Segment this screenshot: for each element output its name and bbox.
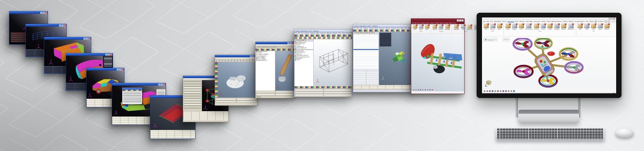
menu-item[interactable]: Geometry	[421, 22, 425, 24]
form-panel[interactable]	[183, 80, 202, 111]
window-controls[interactable]	[117, 68, 123, 70]
ribbon-button-drag-spin[interactable]: Drag/Spin	[554, 23, 560, 30]
ribbon-button-boolean[interactable]: Boolean	[604, 23, 610, 30]
app-titlebar[interactable]	[482, 17, 616, 20]
menu-item[interactable]: Airbag Solutions	[551, 20, 562, 22]
menu-item[interactable]: Analyze	[445, 22, 448, 24]
view-toolbar-button[interactable]	[492, 90, 493, 92]
window-titlebar[interactable]	[112, 83, 166, 86]
view-toolbar-button[interactable]	[484, 90, 485, 92]
menu-item[interactable]: Model	[436, 22, 439, 24]
view-toolbar-button[interactable]	[505, 90, 507, 92]
window-controls[interactable]	[84, 38, 90, 40]
ribbon-button-midsurfaces[interactable]: MidSurfaces	[567, 23, 575, 30]
viewport-3d[interactable]	[218, 62, 257, 98]
viewport-3d[interactable]	[411, 34, 464, 91]
view-toolbar-button[interactable]	[508, 90, 509, 92]
menu-bar[interactable]: FileEditViewGeometryMeshConnectorsModelM…	[411, 22, 464, 24]
menu-item[interactable]: File	[483, 20, 486, 22]
ribbon-button-lines[interactable]: Lines	[518, 23, 524, 30]
model-tree[interactable]: Assembly HierarchyCard (4)Components (PS…	[256, 51, 275, 91]
view-toolbar-button[interactable]	[418, 89, 419, 91]
model-browser-panel[interactable]	[122, 88, 142, 104]
view-toolbar-button[interactable]	[413, 89, 414, 91]
window-titlebar[interactable]: Untitled | HyperWorks v13.0 - OptiStruct	[294, 30, 352, 33]
ribbon-button-ruled[interactable]: Ruled	[540, 23, 546, 30]
menu-item[interactable]: Assembly	[527, 20, 533, 22]
viewport-3d[interactable]	[379, 32, 414, 85]
menu-item[interactable]: Post	[586, 20, 588, 22]
menu-item[interactable]: Mesh	[515, 20, 519, 22]
view-toolbar-button[interactable]	[425, 89, 426, 91]
menu-item[interactable]: Edit	[415, 22, 417, 24]
toolbar-secondary[interactable]	[294, 37, 352, 39]
window-controls[interactable]	[40, 12, 47, 14]
view-toolbar-button[interactable]	[513, 90, 515, 92]
window-titlebar[interactable]	[44, 37, 91, 40]
ribbon-button-morph[interactable]: Morph	[418, 24, 424, 31]
ribbon-button-split[interactable]: Split	[577, 23, 583, 30]
menu-item[interactable]: Edit	[487, 20, 489, 22]
round-icon-toolbar[interactable]	[215, 59, 257, 62]
window-controls[interactable]	[287, 42, 294, 44]
menu-item[interactable]: Analyze	[569, 20, 574, 22]
view-toolbar-button[interactable]	[432, 89, 433, 91]
toolbar[interactable]	[256, 49, 295, 51]
menu-item[interactable]: HyperMesh	[494, 20, 501, 22]
menu-item[interactable]: Morph	[449, 22, 452, 24]
maximize-icon[interactable]	[611, 18, 613, 19]
ribbon-button-collectors[interactable]: Collectors	[438, 24, 444, 31]
view-toolbar-button[interactable]	[494, 90, 496, 92]
window-layout-icon[interactable]	[605, 20, 607, 22]
window-titlebar[interactable]	[215, 55, 257, 57]
qi-criteria-panel[interactable]	[380, 33, 391, 46]
toolbar[interactable]	[353, 30, 414, 32]
ribbon-button-measure[interactable]: Measure	[490, 23, 496, 30]
window-controls[interactable]	[59, 24, 66, 27]
menu-item[interactable]: Geometry	[507, 20, 514, 22]
ribbon-button-e-manage[interactable]: E-Manage	[444, 24, 450, 31]
ribbon-button-plate[interactable]: Plate	[591, 23, 597, 30]
menu-item[interactable]: File	[412, 22, 414, 24]
window-controls[interactable]	[105, 54, 112, 56]
panel-toolbar[interactable]	[122, 90, 142, 91]
ribbon-button-move[interactable]: Move	[424, 24, 430, 31]
resize-grip-icon[interactable]	[613, 93, 615, 94]
ribbon-button-shapes[interactable]: Shapes	[512, 23, 518, 30]
view-toolbar[interactable]	[294, 86, 352, 89]
ribbon-button-files[interactable]: Files	[412, 24, 418, 31]
window-titlebar[interactable]	[87, 68, 124, 70]
menu-item[interactable]: Design Explorer	[575, 20, 585, 22]
menu-item[interactable]: Report	[590, 20, 594, 22]
view-toolbar-button[interactable]	[415, 89, 417, 91]
icon-strip[interactable]	[215, 62, 218, 98]
menu-item[interactable]: View	[490, 20, 493, 22]
ribbon-button-organize[interactable]: Organize	[432, 24, 437, 31]
ribbon-button-components[interactable]: Components	[453, 24, 460, 31]
window-controls[interactable]	[158, 84, 165, 86]
component-list[interactable]	[353, 34, 379, 70]
menu-item[interactable]: Post	[453, 22, 455, 24]
window-titlebar[interactable]: Untitled* | HyperMesh v2017 - OptiStruct	[353, 24, 414, 28]
tab[interactable]: Mask by Config	[261, 47, 271, 49]
menu-item[interactable]: Model	[542, 20, 545, 22]
toolbar[interactable]	[294, 35, 352, 37]
ribbon-button-parts[interactable]: Parts	[461, 24, 466, 31]
tab[interactable]: Model	[272, 47, 277, 49]
viewport-3d[interactable]	[314, 39, 352, 86]
search-icon[interactable]	[595, 20, 597, 22]
window-titlebar[interactable]	[66, 53, 113, 56]
tab[interactable]: Utility	[256, 47, 261, 49]
ribbon-button-midlines[interactable]: Midlines	[560, 23, 567, 30]
viewport-3d[interactable]: Components	[482, 37, 616, 90]
menu-item[interactable]: Validate	[563, 20, 568, 22]
ribbon-button-points[interactable]: Points	[505, 23, 511, 30]
window-controls[interactable]	[457, 19, 464, 21]
tree-item[interactable]: SystemCollector (2)	[256, 60, 275, 61]
menu-item[interactable]: View	[418, 22, 420, 24]
ribbon-button-surfaces[interactable]: Surfaces	[534, 23, 540, 30]
ribbon-button-imprint[interactable]: Imprint	[597, 23, 603, 30]
view-toolbar-button[interactable]	[429, 89, 431, 91]
menu-item[interactable]: Sketch	[502, 20, 506, 22]
menu-item[interactable]: Connectors	[534, 20, 541, 22]
